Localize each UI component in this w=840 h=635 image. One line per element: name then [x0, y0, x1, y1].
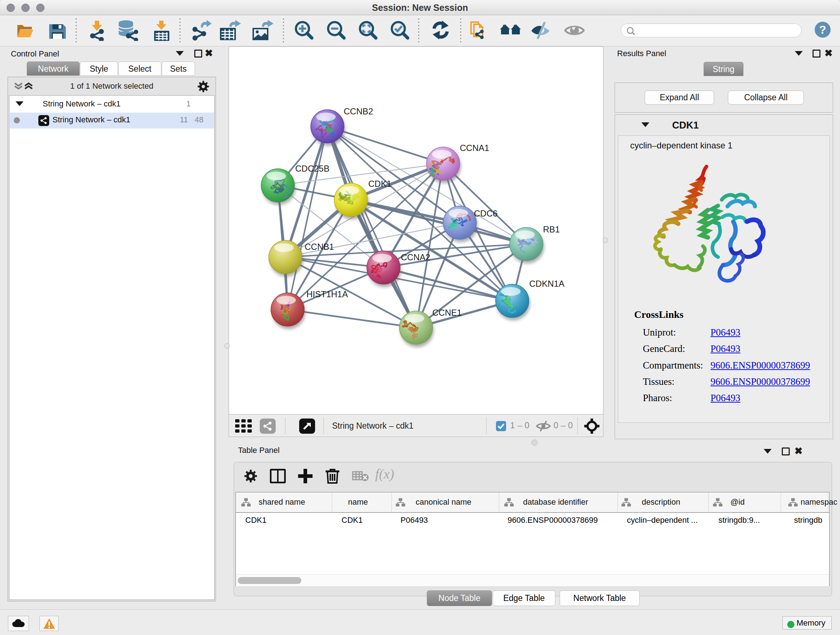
svg-text:CDC6: CDC6 [474, 209, 497, 218]
svg-text:CDK1: CDK1 [368, 179, 392, 188]
svg-text:CCNA1: CCNA1 [460, 143, 489, 153]
svg-text:CCNB2: CCNB2 [344, 106, 373, 116]
svg-text:RB1: RB1 [543, 225, 560, 234]
svg-text:CCNB1: CCNB1 [305, 242, 334, 252]
svg-text:HIST1H1A: HIST1H1A [306, 289, 348, 299]
svg-text:CCNA2: CCNA2 [401, 252, 430, 262]
svg-text:CDC25B: CDC25B [295, 164, 330, 173]
svg-text:CDKN1A: CDKN1A [529, 279, 564, 288]
svg-text:CCNE1: CCNE1 [432, 308, 462, 318]
